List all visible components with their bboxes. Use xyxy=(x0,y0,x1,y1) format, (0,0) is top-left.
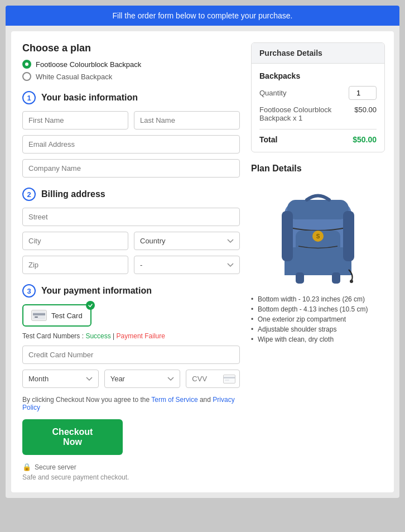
plan-option-white[interactable]: White Casual Backpack xyxy=(22,72,240,81)
checkout-button[interactable]: Checkout Now xyxy=(22,419,123,455)
cvv-icon-svg xyxy=(224,375,235,383)
purchase-section-title: Backpacks xyxy=(259,71,377,80)
secure-info: 🔒 Secure server xyxy=(22,463,240,471)
cvv-wrap xyxy=(186,370,240,388)
billing-number: 2 xyxy=(22,188,36,201)
plan-label-white: White Casual Backpack xyxy=(36,73,112,81)
last-name-input[interactable] xyxy=(134,111,240,130)
svg-rect-12 xyxy=(343,211,354,261)
name-row xyxy=(22,111,240,130)
purchase-details-box: Purchase Details Backpacks Quantity Foot… xyxy=(251,42,385,152)
payment-number: 3 xyxy=(22,284,36,298)
cvv-card-icon xyxy=(223,375,235,384)
company-row xyxy=(22,159,240,178)
check-icon xyxy=(88,303,93,308)
test-card-info: Test Card Numbers : Success | Payment Fa… xyxy=(22,332,240,340)
plan-details-title: Plan Details xyxy=(251,164,385,174)
test-card-option[interactable]: Test Card xyxy=(22,304,91,327)
svg-rect-1 xyxy=(33,313,45,315)
plan-label-footloose: Footloose Colourblock Backpack xyxy=(36,60,141,69)
total-row: Total $50.00 xyxy=(259,129,377,144)
purchase-details-body: Backpacks Quantity Footloose Colourblock… xyxy=(252,64,384,152)
basic-info-title: Your basic information xyxy=(41,93,138,103)
quantity-row: Quantity xyxy=(259,86,377,100)
lock-icon: 🔒 xyxy=(22,463,31,471)
first-name-input[interactable] xyxy=(22,111,128,130)
separator: | xyxy=(113,332,114,340)
svg-rect-2 xyxy=(35,317,38,318)
backpack-image: S xyxy=(268,180,368,286)
choose-plan-section: Choose a plan Footloose Colourblock Back… xyxy=(22,42,240,81)
card-option-row: Test Card xyxy=(22,304,240,327)
street-input[interactable] xyxy=(22,208,240,226)
feature-1: Bottom width - 10.23 inches (26 cm) xyxy=(251,294,385,304)
state-select[interactable]: - xyxy=(134,256,240,274)
svg-point-18 xyxy=(350,280,353,283)
failure-link[interactable]: Payment Failure xyxy=(117,332,165,340)
item-row: Footloose Colourblock Backpack x 1 $50.0… xyxy=(259,106,377,122)
secure-sub: Safe and secure payment checkout. xyxy=(22,473,240,481)
plan-details-section: Plan Details xyxy=(251,164,385,344)
total-label: Total xyxy=(259,135,277,144)
backpack-svg: S xyxy=(268,180,368,286)
main-content: Choose a plan Footloose Colourblock Back… xyxy=(11,31,394,492)
card-label: Test Card xyxy=(51,311,83,320)
page-wrapper: Fill the order form below to complete yo… xyxy=(6,6,399,498)
year-select[interactable]: Year xyxy=(104,370,181,388)
payment-header: 3 Your payment information xyxy=(22,284,240,298)
card-icon-box xyxy=(31,310,47,321)
svg-rect-3 xyxy=(224,375,235,383)
test-card-label: Test Card Numbers : xyxy=(22,332,84,340)
tos-text: By clicking Checkout Now you agree to th… xyxy=(22,396,240,411)
email-row xyxy=(22,135,240,154)
payment-title: Your payment information xyxy=(41,286,152,296)
radio-inner xyxy=(25,63,28,66)
svg-rect-10 xyxy=(287,200,349,219)
cvv-row: Month Year xyxy=(22,370,240,388)
credit-card-icon xyxy=(33,311,45,319)
success-link[interactable]: Success xyxy=(85,332,110,340)
plan-option-footloose[interactable]: Footloose Colourblock Backpack xyxy=(22,60,240,69)
radio-footloose xyxy=(22,60,31,69)
feature-2: Bottom depth - 4.13 inches (10.5 cm) xyxy=(251,304,385,314)
check-badge xyxy=(86,301,95,310)
tos-prefix: By clicking Checkout Now you agree to th… xyxy=(22,396,151,404)
item-price: $50.00 xyxy=(354,106,377,114)
feature-5: Wipe with clean, dry cloth xyxy=(251,334,385,344)
tos-and: and xyxy=(198,396,213,404)
top-banner: Fill the order form below to complete yo… xyxy=(6,6,399,26)
city-country-row: Country xyxy=(22,232,240,250)
secure-label: Secure server xyxy=(35,463,76,471)
plan-features: Bottom width - 10.23 inches (26 cm) Bott… xyxy=(251,294,385,344)
feature-4: Adjustable shoulder straps xyxy=(251,324,385,334)
zip-state-row: - xyxy=(22,256,240,274)
street-row xyxy=(22,208,240,226)
city-input[interactable] xyxy=(22,232,128,250)
zip-input[interactable] xyxy=(22,256,128,274)
svg-rect-11 xyxy=(282,211,293,261)
basic-info-header: 1 Your basic information xyxy=(22,91,240,104)
basic-info-number: 1 xyxy=(22,91,36,104)
choose-plan-title: Choose a plan xyxy=(22,42,240,54)
svg-rect-4 xyxy=(224,377,235,378)
email-input[interactable] xyxy=(22,135,240,154)
country-select[interactable]: Country xyxy=(134,232,240,250)
quantity-label: Quantity xyxy=(259,89,286,97)
svg-text:S: S xyxy=(316,233,320,239)
purchase-details-header: Purchase Details xyxy=(252,43,384,64)
left-panel: Choose a plan Footloose Colourblock Back… xyxy=(22,42,251,481)
svg-rect-5 xyxy=(225,380,229,381)
radio-white xyxy=(22,72,31,81)
feature-3: One exterior zip compartment xyxy=(251,314,385,324)
company-input[interactable] xyxy=(22,159,240,178)
billing-title: Billing address xyxy=(41,189,105,199)
billing-header: 2 Billing address xyxy=(22,188,240,201)
banner-text: Fill the order form below to complete yo… xyxy=(113,11,293,20)
total-price: $50.00 xyxy=(353,135,377,144)
quantity-input[interactable] xyxy=(349,86,377,100)
month-select[interactable]: Month xyxy=(22,370,99,388)
cc-row xyxy=(22,346,240,364)
cc-input[interactable] xyxy=(22,346,240,364)
svg-rect-17 xyxy=(332,272,340,284)
tos-link[interactable]: Term of Service xyxy=(151,396,197,404)
